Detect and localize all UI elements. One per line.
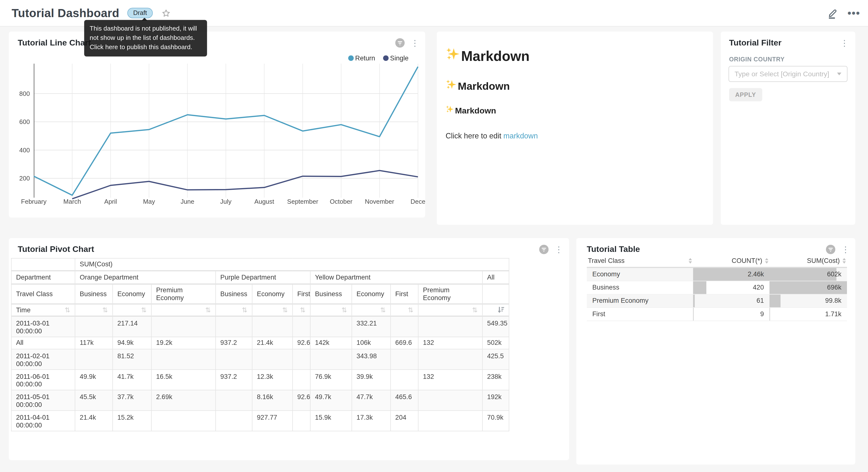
pivot-cell bbox=[310, 316, 352, 337]
pivot-class-label: Travel Class bbox=[11, 284, 75, 304]
chart-menu-kebab-icon[interactable]: ⋮ bbox=[841, 245, 849, 254]
select-placeholder: Type or Select [Origin Country] bbox=[735, 70, 837, 78]
pivot-cell: 465.6 bbox=[391, 390, 418, 410]
pivot-cell: 132 bbox=[418, 337, 483, 349]
travel-class-cell: First bbox=[587, 308, 693, 321]
sort-icon[interactable]: ⇅ bbox=[206, 306, 211, 313]
draft-badge[interactable]: Draft bbox=[127, 8, 153, 18]
pivot-column-header: Business bbox=[310, 284, 352, 304]
pivot-cell: 937.2 bbox=[216, 337, 252, 349]
pivot-column-header: Premium Economy bbox=[418, 284, 483, 304]
legend-item-return[interactable]: Return bbox=[348, 54, 375, 62]
pivot-column-header: Economy bbox=[252, 284, 292, 304]
table-row: Premium Economy6199.8k bbox=[587, 294, 847, 307]
apply-button[interactable]: APPLY bbox=[729, 88, 762, 101]
pivot-cell bbox=[391, 349, 418, 369]
sort-icon[interactable]: ⇅ bbox=[282, 306, 288, 313]
pivot-sort-cell bbox=[483, 304, 509, 316]
pivot-row-label: 2011-03-01 00:00:00 bbox=[11, 316, 75, 337]
pivot-cell bbox=[418, 410, 483, 431]
sort-icon[interactable]: ⇅ bbox=[472, 306, 478, 313]
dashboard-root: Tutorial Dashboard Draft ••• This dashbo… bbox=[0, 0, 868, 472]
sort-icon[interactable]: ⇅ bbox=[65, 306, 70, 313]
filter-menu-kebab-icon[interactable]: ⋮ bbox=[840, 38, 848, 48]
pivot-cell: 117k bbox=[75, 337, 113, 349]
pivot-cell: 49.9k bbox=[75, 369, 113, 390]
pivot-cell: 17.3k bbox=[352, 410, 391, 431]
pivot-cell: 502k bbox=[483, 337, 509, 349]
sort-icon[interactable]: ⇅ bbox=[408, 306, 413, 313]
pivot-cell: 45.5k bbox=[75, 390, 113, 410]
sort-desc-icon[interactable] bbox=[497, 306, 504, 313]
draft-tooltip[interactable]: This dashboard is not published, it will… bbox=[84, 20, 207, 57]
y-tick-label: 600 bbox=[19, 118, 30, 125]
more-options-icon[interactable]: ••• bbox=[847, 10, 860, 16]
pivot-sort-cell: ⇅ bbox=[75, 304, 113, 316]
pivot-cell: 76.9k bbox=[310, 369, 352, 390]
metric-cell: 602k bbox=[770, 268, 847, 281]
sort-icon[interactable]: ⇅ bbox=[242, 306, 247, 313]
pivot-cell bbox=[151, 410, 216, 431]
tooltip-line: This dashboard is not published, it will bbox=[90, 24, 202, 33]
table-column-header[interactable]: COUNT(*) bbox=[693, 255, 770, 267]
x-tick-label: November bbox=[365, 198, 394, 205]
table-title: Tutorial Table bbox=[587, 244, 640, 254]
pivot-row: 2011-04-01 00:00:0021.4k15.2k927.7715.9k… bbox=[11, 410, 509, 431]
pivot-cell: 21.4k bbox=[75, 410, 113, 431]
origin-country-label: ORIGIN COUNTRY bbox=[729, 56, 785, 63]
edit-dashboard-icon[interactable] bbox=[827, 7, 838, 19]
filter-scope-icon[interactable] bbox=[395, 38, 405, 50]
filter-scope-icon[interactable] bbox=[539, 245, 549, 257]
pivot-cell: 343.98 bbox=[352, 349, 391, 369]
pivot-chart-card: Tutorial Pivot Chart ⋮ SUM(Cost)Departme… bbox=[9, 238, 569, 460]
legend-label: Single bbox=[390, 54, 409, 62]
pivot-row-label: 2011-02-01 00:00:00 bbox=[11, 349, 75, 369]
pivot-cell: 8.16k bbox=[252, 390, 292, 410]
markdown-edit-link[interactable]: markdown bbox=[503, 132, 538, 140]
travel-class-table: Travel ClassCOUNT(*)SUM(Cost)Economy2.46… bbox=[587, 255, 847, 321]
table-column-header[interactable]: SUM(Cost) bbox=[770, 255, 847, 267]
table-card: Tutorial Table ⋮ Travel ClassCOUNT(*)SUM… bbox=[576, 238, 855, 465]
sparkles-icon bbox=[446, 105, 454, 115]
metric-cell: 696k bbox=[770, 281, 847, 294]
chart-menu-kebab-icon[interactable]: ⋮ bbox=[555, 245, 563, 254]
chart-menu-kebab-icon[interactable]: ⋮ bbox=[411, 38, 418, 48]
sort-icon[interactable]: ⇅ bbox=[300, 306, 306, 313]
sort-icon[interactable]: ⇅ bbox=[102, 306, 108, 313]
sort-carets-icon bbox=[765, 258, 769, 264]
table-row: First91.71k bbox=[587, 308, 847, 321]
sort-icon[interactable]: ⇅ bbox=[141, 306, 147, 313]
favorite-star-icon[interactable] bbox=[162, 8, 170, 18]
metric-cell: 420 bbox=[693, 281, 770, 294]
sparkles-icon bbox=[446, 47, 460, 65]
pivot-sort-cell: ⇅ bbox=[418, 304, 483, 316]
y-tick-label: 800 bbox=[19, 90, 30, 97]
pivot-cell bbox=[151, 316, 216, 337]
markdown-h1: Markdown bbox=[446, 47, 704, 65]
pivot-cell bbox=[293, 369, 310, 390]
pivot-group-header: Purple Department bbox=[216, 270, 310, 284]
pivot-column-header: First bbox=[391, 284, 418, 304]
table-column-header[interactable]: Travel Class bbox=[587, 255, 693, 267]
pivot-cell: 19.2k bbox=[151, 337, 216, 349]
markdown-h1-text: Markdown bbox=[461, 48, 530, 64]
sort-icon[interactable]: ⇅ bbox=[380, 306, 386, 313]
pivot-group-header: Orange Department bbox=[75, 270, 216, 284]
pivot-column-header: Economy bbox=[352, 284, 391, 304]
pivot-cell: 106k bbox=[352, 337, 391, 349]
x-tick-label: July bbox=[220, 198, 231, 205]
origin-country-select[interactable]: Type or Select [Origin Country] bbox=[728, 66, 847, 82]
table-row: Economy2.46k602k bbox=[587, 268, 847, 281]
filter-title: Tutorial Filter bbox=[729, 38, 781, 47]
tooltip-line: Click here to publish this dashboard. bbox=[90, 42, 202, 52]
pivot-group-header: Yellow Department bbox=[310, 270, 483, 284]
metric-cell: 1.71k bbox=[770, 308, 847, 321]
sort-icon[interactable]: ⇅ bbox=[342, 306, 347, 313]
pivot-row-label: 2011-04-01 00:00:00 bbox=[11, 410, 75, 431]
series-line-single bbox=[72, 171, 418, 199]
pivot-corner-cell bbox=[11, 258, 75, 270]
legend-item-single[interactable]: Single bbox=[383, 54, 409, 62]
markdown-h2: Markdown bbox=[446, 79, 704, 93]
pivot-cell: 192k bbox=[483, 390, 509, 410]
pivot-cell bbox=[216, 316, 252, 337]
